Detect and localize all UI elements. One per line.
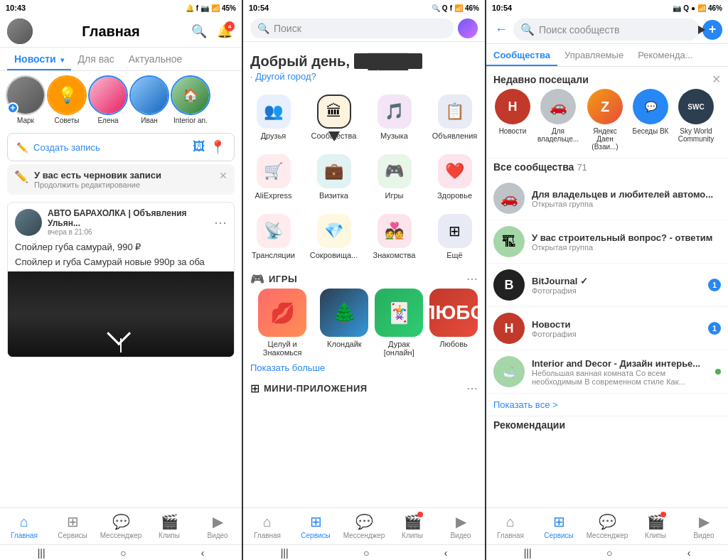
tab-managed[interactable]: Управляемые xyxy=(557,44,631,66)
post-card: АВТО БАРАХОЛКА | Объявления Ульян... вче… xyxy=(7,202,235,357)
ads-label: Объявления xyxy=(432,131,478,140)
status-icons-1: 🔔 f 📷 📶 45% xyxy=(186,4,236,12)
nav-messenger-2[interactable]: 💬 Мессенджер xyxy=(340,508,388,544)
show-all-communities[interactable]: Показать все > xyxy=(486,394,728,416)
nav-services-3[interactable]: ⊞ Сервисы xyxy=(535,508,583,544)
comm-interior-name: Interior and Decor - Дизайн интерье... xyxy=(532,358,708,369)
back-button[interactable]: ← xyxy=(492,21,510,38)
recent-yandex[interactable]: Z Яндекс Даен (Взаи...) xyxy=(584,89,626,151)
sys-home-btn-2[interactable]: ○ xyxy=(363,547,369,559)
sys-back-btn-2[interactable]: ‹ xyxy=(444,547,448,559)
messenger-icon-3: 💬 xyxy=(599,513,616,530)
service-broadcasts[interactable]: 📡 Трансляции xyxy=(243,207,304,266)
dating-icon: 💑 xyxy=(378,214,412,248)
story-interior[interactable]: 🏠 Interior an. xyxy=(172,77,209,124)
nav-clips-2[interactable]: 🎬 Клипы xyxy=(388,508,437,544)
search-box-2[interactable]: 🔍 Поиск xyxy=(250,18,454,38)
comm-construction[interactable]: 🏗 У вас строительный вопрос? - ответим О… xyxy=(486,220,728,264)
nav-messenger-3[interactable]: 💬 Мессенджер xyxy=(583,508,631,544)
create-post-button[interactable]: ✏️ Создать запись 🖼 📍 xyxy=(7,133,235,161)
nav-video-3[interactable]: ▶ Видео xyxy=(680,508,728,544)
mini-apps-more[interactable]: ⋯ xyxy=(466,382,478,395)
service-vizitka[interactable]: 💼 Визитка xyxy=(304,147,364,207)
service-games[interactable]: 🎮 Игры xyxy=(364,147,424,207)
recent-vk-chat-label: Беседы ВК xyxy=(633,127,669,135)
search-button-1[interactable]: 🔍 xyxy=(189,21,209,41)
create-post-label: Создать запись xyxy=(33,142,100,153)
comm-novosti[interactable]: Н Новости Фотография 1 xyxy=(486,307,728,350)
service-ads[interactable]: 📋 Объявления xyxy=(424,87,485,147)
messenger-icon-2: 💬 xyxy=(355,513,373,530)
comm-bitjournal[interactable]: B BitJournal ✓ Фотография 1 xyxy=(486,264,728,307)
services-icon-3: ⊞ xyxy=(553,513,565,530)
tab-news[interactable]: Новости ▾ xyxy=(7,48,71,70)
nav-clips-3[interactable]: 🎬 Клипы xyxy=(631,508,680,544)
service-dating[interactable]: 💑 Знакомства xyxy=(364,207,424,266)
recent-auto[interactable]: 🚗 Для владельце... xyxy=(537,89,579,151)
game-durak[interactable]: 🃏 Дурак [онлайн] xyxy=(374,289,424,357)
draft-close-button[interactable]: ✕ xyxy=(219,170,228,181)
mini-apps-title: МИНИ-ПРИЛОЖЕНИЯ xyxy=(264,383,368,394)
nav-clips-1[interactable]: 🎬 Клипы xyxy=(145,508,193,544)
story-ivan[interactable]: Иван xyxy=(131,77,168,124)
music-label: Музыка xyxy=(380,131,408,140)
sys-menu-btn[interactable]: ||| xyxy=(38,547,46,559)
comm-auto-name: Для владельцев и любителей автомо... xyxy=(532,189,721,200)
service-aliexpress[interactable]: 🛒 AliExpress xyxy=(243,147,304,207)
communities-search-box[interactable]: 🔍 Поиск сообществ xyxy=(513,18,700,41)
post-author-avatar[interactable] xyxy=(15,209,42,236)
story-label-mark: Марк xyxy=(17,117,34,124)
draft-banner[interactable]: ✏️ У вас есть черновик записи Продолжить… xyxy=(7,164,235,195)
comm-interior[interactable]: 🛁 Interior and Decor - Дизайн интерье...… xyxy=(486,350,728,394)
nav-services-1[interactable]: ⊞ Сервисы xyxy=(48,508,97,544)
service-sokrovisha[interactable]: 💎 Сокровища... xyxy=(304,207,364,266)
recent-swc[interactable]: SWC Sky World Community xyxy=(675,89,717,151)
system-bar-2: ||| ○ ‹ xyxy=(243,544,485,560)
status-icons-3: 📷 Q ● 📶 46% xyxy=(673,4,722,12)
greeting-title: Добрый день, ████ xyxy=(250,53,478,70)
game-love[interactable]: ЛЮБО Любовь xyxy=(429,289,478,357)
tab-for-you[interactable]: Для вас xyxy=(71,48,122,70)
tab-recommendations[interactable]: Рекоменда... xyxy=(631,44,700,66)
sys-home-btn-3[interactable]: ○ xyxy=(606,547,612,559)
post-menu-button[interactable]: ⋯ xyxy=(214,215,227,230)
sys-menu-btn-3[interactable]: ||| xyxy=(524,547,532,559)
story-sovety[interactable]: 💡 Советы xyxy=(48,77,85,124)
story-elena[interactable]: Елена xyxy=(90,77,127,124)
nav-home[interactable]: ⌂ Главная xyxy=(0,508,48,544)
service-health[interactable]: ❤️ Здоровье xyxy=(424,147,485,207)
game-klondike[interactable]: 🌲 Клондайк xyxy=(320,289,368,357)
game-kiss[interactable]: 💋 Целуй и Знакомься xyxy=(250,289,314,357)
service-more[interactable]: ⊞ Ещё xyxy=(424,207,485,266)
sys-home-btn[interactable]: ○ xyxy=(120,547,126,559)
tab-actual[interactable]: Актуальное xyxy=(122,48,190,70)
pencil-icon: ✏️ xyxy=(16,142,28,153)
service-communities[interactable]: 🏛 Сообщества xyxy=(304,87,364,147)
add-community-button[interactable]: + xyxy=(702,20,722,40)
nav-home-2[interactable]: ⌂ Главная xyxy=(243,508,291,544)
service-music[interactable]: 🎵 Музыка xyxy=(364,87,424,147)
bottom-nav-3: ⌂ Главная ⊞ Сервисы 💬 Мессенджер 🎬 Клипы… xyxy=(486,507,728,544)
comm-auto[interactable]: 🚗 Для владельцев и любителей автомо... О… xyxy=(486,177,728,220)
show-more-games[interactable]: Показать больше xyxy=(243,362,485,379)
service-friends[interactable]: 👥 Друзья xyxy=(243,87,304,147)
nav-messenger-1[interactable]: 💬 Мессенджер xyxy=(97,508,145,544)
nav-home-3[interactable]: ⌂ Главная xyxy=(486,508,535,544)
notifications-button[interactable]: 🔔 4 xyxy=(215,21,235,41)
sys-menu-btn-2[interactable]: ||| xyxy=(281,547,289,559)
battery-2: 46% xyxy=(465,4,479,12)
recently-visited-close[interactable]: ✕ xyxy=(712,72,721,86)
messenger-icon-1: 💬 xyxy=(112,513,130,530)
recent-vk-chat[interactable]: 💬 Беседы ВК xyxy=(631,89,670,151)
story-mark[interactable]: + Марк xyxy=(7,77,44,124)
nav-video-2[interactable]: ▶ Видео xyxy=(437,508,485,544)
sys-back-btn-3[interactable]: ‹ xyxy=(687,547,691,559)
nav-video-label-1: Видео xyxy=(207,532,228,539)
sys-back-btn[interactable]: ‹ xyxy=(201,547,205,559)
user-avatar[interactable] xyxy=(7,18,33,44)
tab-communities[interactable]: Сообщества xyxy=(486,44,557,66)
nav-services-2[interactable]: ⊞ Сервисы xyxy=(291,508,340,544)
recent-news[interactable]: Н Новости xyxy=(493,89,532,151)
nav-video-1[interactable]: ▶ Видео xyxy=(193,508,242,544)
games-section-more[interactable]: ⋯ xyxy=(466,272,478,286)
